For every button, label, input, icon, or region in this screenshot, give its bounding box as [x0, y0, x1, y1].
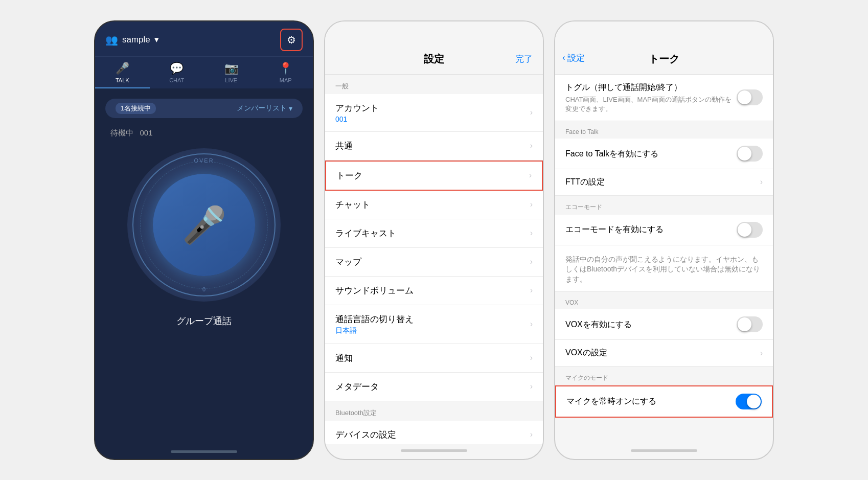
settings-item-map[interactable]: マップ ›: [325, 248, 543, 277]
nav-map-label: MAP: [280, 77, 292, 83]
livecast-label: ライブキャスト: [335, 227, 396, 239]
settings-header: 設定 完了: [325, 21, 543, 75]
talk-settings-header: ‹ 設定 トーク: [555, 21, 773, 75]
zero-label: 0: [202, 286, 205, 292]
settings-title: 設定: [424, 52, 444, 66]
settings-item-livecast[interactable]: ライブキャスト ›: [325, 219, 543, 248]
common-content: 共通: [335, 140, 353, 152]
settings-section-bluetooth: Bluetooth設定: [325, 401, 543, 421]
livecast-chevron: ›: [530, 228, 533, 238]
chat-label: チャット: [335, 199, 370, 211]
talk-settings-list: トグル（押して通話開始/終了） CHAT画面、LIVE画面、MAP画面の通話ボタ…: [555, 75, 773, 444]
vox-settings-item[interactable]: VOXの設定 ›: [555, 340, 773, 366]
mic-circle[interactable]: OVER 🎤 0: [127, 148, 281, 302]
settings-item-metadata[interactable]: メタデータ ›: [325, 373, 543, 401]
settings-item-device[interactable]: デバイスの設定 ›: [325, 421, 543, 444]
back-button[interactable]: ‹ 設定: [562, 52, 585, 64]
talk-label: トーク: [336, 170, 362, 181]
settings-item-language[interactable]: 通話言語の切り替え 日本語 ›: [325, 305, 543, 344]
user-chevron: ▾: [154, 34, 159, 45]
settings-item-common[interactable]: 共通 ›: [325, 132, 543, 161]
mic-toggle[interactable]: [736, 394, 762, 409]
device-chevron: ›: [530, 430, 533, 439]
common-label: 共通: [335, 140, 353, 152]
metadata-label: メタデータ: [335, 381, 379, 393]
chat-content: チャット: [335, 199, 370, 211]
language-content: 通話言語の切り替え 日本語: [335, 313, 414, 335]
talk-settings-screen: ‹ 設定 トーク トグル（押して通話開始/終了） CHAT画面、LIVE画面、M…: [554, 20, 774, 460]
vox-toggle[interactable]: [737, 316, 763, 332]
member-list-label: メンバーリスト: [237, 104, 287, 113]
phone-content: 1名接続中 メンバーリスト ▾ 待機中 001 OVER 🎤 0: [95, 88, 313, 337]
vox-knob: [738, 317, 751, 331]
standby-text: 待機中 001: [105, 128, 153, 138]
back-label: 設定: [567, 52, 585, 64]
face-to-talk-toggle[interactable]: [737, 146, 763, 162]
ftt-settings-label: FTTの設定: [565, 176, 760, 188]
face-to-talk-knob: [738, 147, 751, 161]
echo-knob: [738, 223, 751, 237]
echo-desc: 発話中の自分の声が聞こえるようになります。イヤホン、もしくはBluetoothデ…: [565, 255, 763, 285]
face-to-talk-section: Face to Talk: [555, 121, 773, 139]
soundvolume-content: サウンドボリューム: [335, 285, 414, 296]
connection-bar: 1名接続中 メンバーリスト ▾: [105, 99, 303, 118]
talk-content: トーク: [336, 170, 362, 181]
language-sublabel: 日本語: [335, 326, 414, 335]
settings-item-account[interactable]: アカウント 001 ›: [325, 94, 543, 132]
settings-button[interactable]: ⚙: [280, 29, 303, 51]
chat-chevron: ›: [530, 200, 533, 209]
nav-live-label: LIVE: [225, 77, 237, 83]
over-label: OVER: [194, 157, 214, 164]
common-chevron: ›: [530, 141, 533, 150]
settings-item-chat[interactable]: チャット ›: [325, 191, 543, 219]
notification-chevron: ›: [530, 353, 533, 362]
livecast-content: ライブキャスト: [335, 227, 396, 239]
home-indicator: [401, 449, 467, 452]
settings-list: 一般 アカウント 001 › 共通 › トーク ›: [325, 75, 543, 444]
talk-settings-title: トーク: [649, 52, 679, 66]
ftt-settings-item[interactable]: FTTの設定 ›: [555, 169, 773, 195]
mic-button[interactable]: 🎤: [153, 174, 255, 276]
talk-chevron: ›: [529, 171, 532, 180]
echo-toggle[interactable]: [737, 222, 763, 238]
users-icon: 👥: [105, 34, 118, 46]
user-info[interactable]: 👥 sample ▾: [105, 34, 159, 46]
toggle-sublabel: CHAT画面、LIVE画面、MAP画面の通話ボタンの動作を変更できます。: [565, 95, 732, 113]
mic-section: マイクのモード: [555, 367, 773, 385]
device-content: デバイスの設定: [335, 429, 396, 441]
nav-talk[interactable]: 🎤 TALK: [95, 57, 150, 88]
bottom-nav: 🎤 TALK 💬 CHAT 📷 LIVE 📍 MAP: [95, 56, 313, 88]
home-indicator: [631, 449, 697, 452]
member-list-chevron: ▾: [289, 104, 292, 112]
toggle-label: トグル（押して通話開始/終了）: [565, 82, 732, 93]
soundvolume-label: サウンドボリューム: [335, 285, 414, 296]
toggle-button[interactable]: [737, 89, 763, 105]
chat-icon: 💬: [170, 62, 184, 75]
mic-always-on-label: マイクを常時オンにする: [566, 396, 736, 407]
vox-enable-label: VOXを有効にする: [565, 319, 737, 330]
nav-live[interactable]: 📷 LIVE: [204, 57, 259, 88]
settings-item-soundvolume[interactable]: サウンドボリューム ›: [325, 277, 543, 305]
notification-label: 通知: [335, 352, 353, 364]
face-to-talk-label: Face to Talkを有効にする: [565, 148, 737, 159]
settings-screen: 設定 完了 一般 アカウント 001 › 共通 › トーク: [324, 20, 544, 460]
echo-enable-label: エコーモードを有効にする: [565, 224, 737, 235]
settings-item-talk[interactable]: トーク ›: [325, 161, 543, 191]
vox-settings-label: VOXの設定: [565, 347, 760, 358]
toggle-item: トグル（押して通話開始/終了） CHAT画面、LIVE画面、MAP画面の通話ボタ…: [555, 75, 773, 122]
map-icon: 📍: [279, 62, 292, 75]
nav-chat[interactable]: 💬 CHAT: [150, 57, 204, 88]
map-chevron: ›: [530, 257, 533, 266]
nav-map[interactable]: 📍 MAP: [259, 57, 313, 88]
home-indicator: [171, 450, 237, 453]
settings-done-button[interactable]: 完了: [515, 53, 533, 65]
account-chevron: ›: [530, 108, 533, 117]
member-list-button[interactable]: メンバーリスト ▾: [237, 104, 292, 113]
settings-item-notification[interactable]: 通知 ›: [325, 344, 543, 373]
talk-icon: 🎤: [116, 62, 129, 75]
phone-header: 👥 sample ▾ ⚙: [95, 21, 313, 56]
ftt-chevron: ›: [760, 177, 763, 187]
language-label: 通話言語の切り替え: [335, 313, 414, 325]
vox-enable-item: VOXを有効にする: [555, 309, 773, 340]
echo-section: エコーモード: [555, 196, 773, 215]
